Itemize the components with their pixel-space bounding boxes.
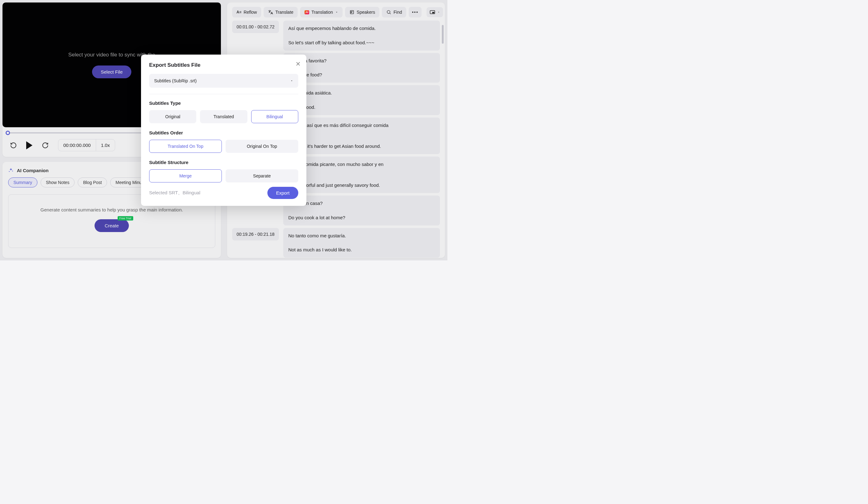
structure-option-separate[interactable]: Separate	[226, 169, 298, 182]
type-option-translated[interactable]: Translated	[200, 110, 247, 123]
divider	[149, 94, 298, 94]
export-subtitles-modal: ✕ Export Subtitles File Subtitles (SubRi…	[141, 55, 307, 206]
close-icon: ✕	[296, 61, 301, 67]
modal-title: Export Subtitles File	[149, 62, 298, 68]
subtitle-structure-title: Subtitle Structure	[149, 160, 298, 165]
order-option-translated-on-top[interactable]: Translated On Top	[149, 140, 222, 153]
close-button[interactable]: ✕	[296, 60, 301, 68]
structure-option-merge[interactable]: Merge	[149, 169, 222, 182]
subtitles-order-title: Subtitles Order	[149, 130, 298, 135]
chevron-down-icon	[290, 79, 293, 82]
type-option-original[interactable]: Original	[149, 110, 196, 123]
format-select[interactable]: Subtitles (SubRip .srt)	[149, 74, 298, 88]
subtitles-type-title: Subtitles Type	[149, 101, 298, 106]
type-option-bilingual[interactable]: Bilingual	[251, 110, 298, 123]
modal-overlay: ✕ Export Subtitles File Subtitles (SubRi…	[0, 0, 447, 260]
order-option-original-on-top[interactable]: Original On Top	[226, 140, 298, 153]
selected-summary: Selected SRT、Bilingual	[149, 190, 200, 196]
export-button[interactable]: Export	[267, 187, 298, 199]
